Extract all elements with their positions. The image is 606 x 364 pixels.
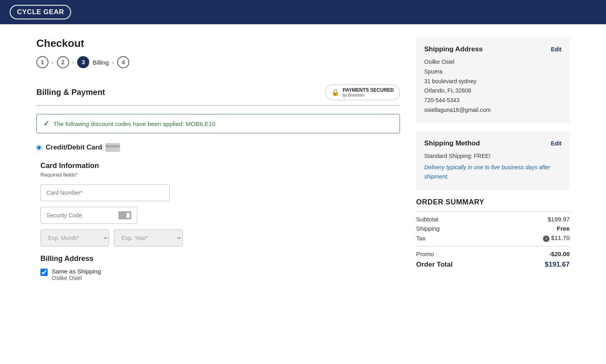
security-code-input[interactable] bbox=[46, 212, 115, 219]
order-total-label: Order Total bbox=[416, 261, 452, 269]
order-total-value: $191.67 bbox=[545, 261, 570, 269]
card-icon bbox=[105, 143, 120, 152]
exp-year-select[interactable]: Exp. Year* 202420252026 2027202820292030 bbox=[114, 229, 183, 246]
shipping-cost-value: Free bbox=[557, 225, 570, 232]
shipping-address-card: Shipping Address Edit Osilke Osiel Spuer… bbox=[416, 37, 570, 123]
shipping-address-body: Osilke Osiel Spuera 31 boulevard sydney … bbox=[424, 57, 562, 115]
shipping-cost-label: Shipping bbox=[416, 225, 440, 232]
shipping-method-value: Standard Shipping: FREE! bbox=[424, 151, 562, 161]
shipping-phone: 720-544-5343 bbox=[424, 96, 562, 105]
logo[interactable]: CYCLE GEAR bbox=[10, 5, 71, 19]
shipping-method-header: Shipping Method Edit bbox=[424, 139, 562, 147]
shipping-method-edit[interactable]: Edit bbox=[551, 140, 562, 147]
sidebar: Shipping Address Edit Osilke Osiel Spuer… bbox=[416, 37, 570, 281]
card-info-title: Card Information bbox=[40, 162, 400, 170]
same-as-shipping-row: Same as Shipping Osilke Osiel bbox=[40, 268, 400, 281]
credit-card-radio[interactable] bbox=[36, 145, 42, 150]
card-info-section: Card Information Required fields* Exp. M… bbox=[36, 162, 400, 281]
security-code-wrapper bbox=[40, 207, 137, 224]
same-shipping-checkbox[interactable] bbox=[40, 269, 48, 276]
step-arrow-1: › bbox=[52, 59, 54, 65]
card-number-group bbox=[40, 184, 400, 201]
step-3-active[interactable]: 3 bbox=[77, 56, 89, 68]
subtotal-row: Subtotal $199.97 bbox=[416, 216, 570, 223]
card-number-input[interactable] bbox=[40, 184, 170, 201]
shipping-row: Shipping Free bbox=[416, 225, 570, 232]
shipping-address-header: Shipping Address Edit bbox=[424, 45, 562, 53]
security-code-group bbox=[40, 207, 400, 224]
exp-month-select[interactable]: Exp. Month* 01020304 05060708 09101112 bbox=[40, 229, 109, 246]
step-1[interactable]: 1 bbox=[36, 56, 48, 68]
site-header: CYCLE GEAR bbox=[0, 0, 606, 24]
tax-value: i$11.70 bbox=[543, 234, 570, 242]
summary-divider-top bbox=[416, 211, 570, 212]
expiry-row: Exp. Month* 01020304 05060708 09101112 E… bbox=[40, 229, 400, 246]
shipping-company: Spuera bbox=[424, 67, 562, 77]
billing-section-title: Billing & Payment bbox=[36, 88, 105, 97]
shipping-method-body: Standard Shipping: FREE! Delivery typica… bbox=[424, 151, 562, 182]
subtotal-value: $199.97 bbox=[548, 216, 570, 223]
step-4[interactable]: 4 bbox=[117, 56, 129, 68]
shipping-method-note: Delivery typically in one to five busine… bbox=[424, 163, 562, 182]
discount-message: The following discount codes have been a… bbox=[53, 120, 215, 127]
order-summary: ORDER SUMMARY Subtotal $199.97 Shipping … bbox=[416, 198, 570, 269]
shipping-method-title: Shipping Method bbox=[424, 139, 480, 147]
same-shipping-label[interactable]: Same as Shipping bbox=[52, 268, 101, 275]
page-container: Checkout 1 › 2 › 3 Billing › 4 Billing &… bbox=[20, 24, 586, 294]
promo-value: -$20.00 bbox=[549, 250, 570, 257]
logo-text: CYCLE GEAR bbox=[17, 8, 64, 16]
shipping-email: osiellaguna16@gmail.com bbox=[424, 105, 562, 115]
shipping-address-edit[interactable]: Edit bbox=[551, 46, 562, 53]
credit-card-label[interactable]: Credit/Debit Card bbox=[46, 143, 120, 152]
billing-address-title: Billing Address bbox=[40, 255, 400, 263]
step-arrow-3: › bbox=[112, 59, 114, 65]
shipping-method-card: Shipping Method Edit Standard Shipping: … bbox=[416, 131, 570, 190]
step-3-label: Billing bbox=[93, 59, 109, 66]
step-arrow-2: › bbox=[72, 59, 74, 65]
lock-icon: 🔒 bbox=[331, 88, 339, 96]
payments-secured-line1: PAYMENTS SECURED bbox=[343, 87, 394, 93]
main-content: Checkout 1 › 2 › 3 Billing › 4 Billing &… bbox=[36, 37, 400, 281]
shipping-city: Orlando, FL 32808 bbox=[424, 86, 562, 96]
subtotal-label: Subtotal bbox=[416, 216, 438, 223]
shipping-name: Osilke Osiel bbox=[424, 57, 562, 67]
info-icon: i bbox=[543, 236, 549, 242]
order-total-row: Order Total $191.67 bbox=[416, 261, 570, 269]
check-icon: ✓ bbox=[43, 119, 49, 128]
summary-divider-mid bbox=[416, 246, 570, 246]
discount-banner: ✓ The following discount codes have been… bbox=[36, 114, 400, 133]
shipping-address-title: Shipping Address bbox=[424, 45, 483, 53]
billing-section-header: Billing & Payment 🔒 PAYMENTS SECURED by … bbox=[36, 84, 400, 106]
payments-secured-badge: 🔒 PAYMENTS SECURED by Braintree bbox=[325, 84, 400, 100]
required-note: Required fields* bbox=[40, 172, 400, 178]
order-summary-title: ORDER SUMMARY bbox=[416, 198, 570, 206]
promo-row: Promo -$20.00 bbox=[416, 250, 570, 257]
braintree-label: by Braintree bbox=[343, 93, 394, 97]
checkout-title: Checkout bbox=[36, 37, 400, 50]
tax-row: Tax i$11.70 bbox=[416, 234, 570, 242]
step-2[interactable]: 2 bbox=[57, 56, 69, 68]
checkout-steps: 1 › 2 › 3 Billing › 4 bbox=[36, 56, 400, 68]
billing-name: Osilke Osiel bbox=[52, 275, 101, 281]
cvv-icon bbox=[118, 211, 131, 219]
payment-method-row: Credit/Debit Card bbox=[36, 143, 400, 152]
promo-label: Promo bbox=[416, 250, 434, 257]
tax-label: Tax bbox=[416, 235, 425, 242]
shipping-street: 31 boulevard sydney bbox=[424, 77, 562, 86]
